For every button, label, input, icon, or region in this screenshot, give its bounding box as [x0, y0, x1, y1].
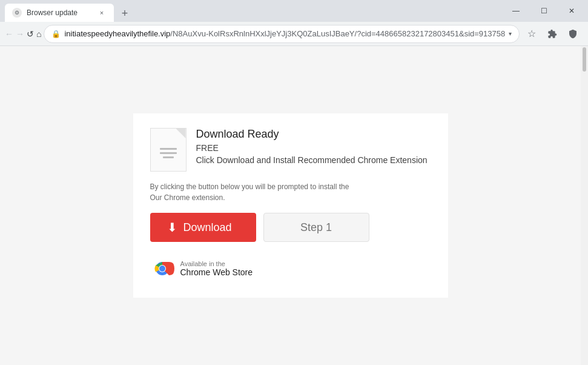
step-button[interactable]: Step 1: [263, 213, 369, 242]
page-content: Download Ready FREE Click Download and I…: [0, 46, 581, 365]
address-bar[interactable]: 🔒 initiatespeedyheavilythefile.vip/N8AuX…: [44, 25, 520, 43]
chrome-store-name: Chrome Web Store: [180, 267, 253, 277]
file-line-2: [160, 152, 177, 154]
svg-point-3: [159, 266, 165, 272]
chrome-logo-icon: [150, 256, 174, 281]
scrollbar[interactable]: [581, 46, 588, 365]
forward-button[interactable]: →: [16, 24, 24, 44]
card-free-label: FREE: [196, 143, 428, 153]
chrome-store-section: Available in the Chrome Web Store: [150, 256, 431, 281]
close-window-button[interactable]: ✕: [558, 0, 586, 22]
card-subtitle: Click Download and Install Recommended C…: [196, 155, 428, 165]
title-bar: ⚙ Browser update × + — ☐ ✕: [0, 0, 588, 22]
tab-close-button[interactable]: ×: [97, 8, 107, 18]
browser-window: ⚙ Browser update × + — ☐ ✕ ← → ↺ ⌂ 🔒 ini…: [0, 0, 588, 365]
active-tab[interactable]: ⚙ Browser update ×: [5, 4, 114, 22]
shield-button[interactable]: [563, 24, 583, 44]
card-title: Download Ready: [196, 128, 428, 141]
tab-favicon: ⚙: [12, 8, 22, 18]
tab-title: Browser update: [27, 8, 92, 17]
download-button[interactable]: ⬇ Download: [150, 213, 256, 242]
window-controls: — ☐ ✕: [502, 0, 588, 22]
card-top: Download Ready FREE Click Download and I…: [150, 128, 431, 172]
card-text: Download Ready FREE Click Download and I…: [196, 128, 428, 165]
download-card: Download Ready FREE Click Download and I…: [133, 113, 448, 298]
file-icon: [150, 128, 187, 172]
toolbar-icons: ☆ ⋮: [522, 24, 588, 44]
content-area: Download Ready FREE Click Download and I…: [0, 46, 588, 365]
chrome-store-available-label: Available in the: [180, 260, 253, 267]
home-button[interactable]: ⌂: [36, 24, 41, 44]
lock-icon: 🔒: [51, 30, 61, 38]
bookmark-button[interactable]: ☆: [522, 24, 541, 44]
download-arrow-icon: ⬇: [167, 220, 177, 235]
tab-strip: ⚙ Browser update × +: [0, 0, 133, 22]
minimize-button[interactable]: —: [502, 0, 530, 22]
toolbar: ← → ↺ ⌂ 🔒 initiatespeedyheavilythefile.v…: [0, 22, 588, 46]
address-text: initiatespeedyheavilythefile.vip/N8AuXvu…: [64, 29, 505, 38]
address-dropdown-icon: ▾: [509, 30, 512, 37]
card-description: By clicking the button below you will be…: [150, 181, 431, 203]
new-tab-button[interactable]: +: [116, 5, 133, 22]
maximize-button[interactable]: ☐: [530, 0, 558, 22]
file-icon-inner: [160, 148, 177, 158]
chrome-store-text: Available in the Chrome Web Store: [180, 260, 253, 277]
scrollbar-thumb[interactable]: [583, 47, 586, 72]
file-line-1: [160, 148, 177, 150]
download-button-label: Download: [183, 221, 232, 234]
refresh-button[interactable]: ↺: [27, 24, 34, 44]
account-button[interactable]: [584, 24, 588, 44]
button-row: ⬇ Download Step 1: [150, 213, 431, 242]
back-button[interactable]: ←: [5, 24, 13, 44]
extensions-button[interactable]: [543, 24, 562, 44]
file-line-3: [163, 156, 174, 158]
step-button-label: Step 1: [300, 221, 332, 233]
